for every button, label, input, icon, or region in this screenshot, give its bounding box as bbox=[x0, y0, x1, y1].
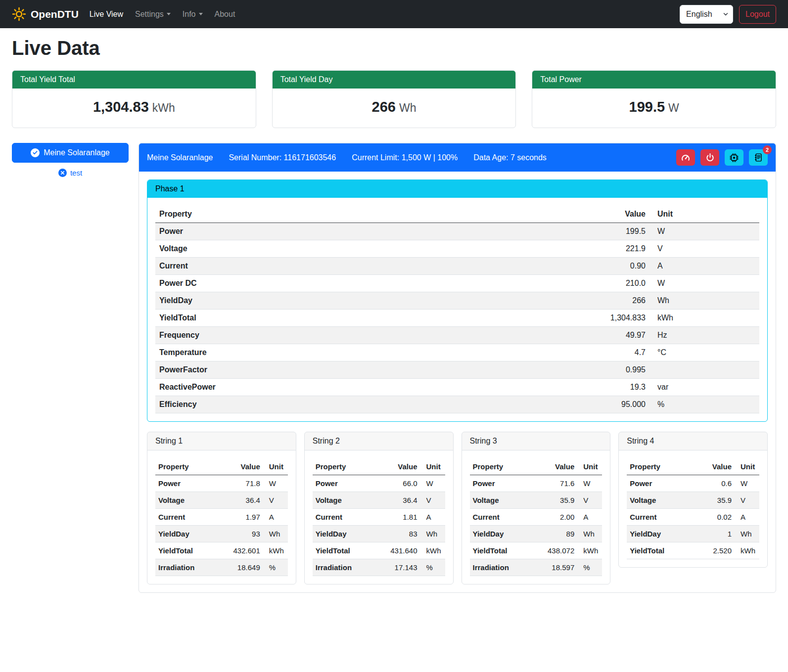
unit-cell: W bbox=[577, 475, 602, 492]
table-row: Voltage221.9V bbox=[155, 240, 759, 258]
string-table: Property Value Unit Power66.0WVoltage36.… bbox=[313, 458, 445, 576]
value-cell: 0.995 bbox=[585, 361, 649, 379]
property-cell: Irradiation bbox=[470, 559, 531, 576]
property-cell: Efficiency bbox=[155, 396, 585, 413]
language-select[interactable]: English bbox=[680, 5, 733, 24]
unit-cell: °C bbox=[649, 344, 759, 361]
unit-cell: % bbox=[420, 559, 445, 576]
inverter-select-button[interactable]: Meine Solaranlage bbox=[12, 143, 129, 163]
string-table-body: Power71.8WVoltage36.4VCurrent1.97AYieldD… bbox=[155, 475, 288, 576]
nav-item-settings[interactable]: Settings bbox=[129, 6, 177, 23]
inverter-item-test[interactable]: test bbox=[55, 168, 85, 178]
live-data-row: Meine Solaranlage test Meine Solaranlage… bbox=[12, 143, 776, 593]
table-row: PowerFactor0.995 bbox=[155, 361, 759, 379]
unit-cell: % bbox=[649, 396, 759, 413]
value-cell: 71.6 bbox=[530, 475, 577, 492]
value-cell: 432.601 bbox=[216, 542, 263, 559]
value-cell: 89 bbox=[530, 526, 577, 542]
nav-item-info[interactable]: Info bbox=[177, 6, 209, 23]
unit-cell bbox=[649, 361, 759, 379]
unit-cell: var bbox=[649, 379, 759, 396]
table-header: Property Value Unit bbox=[155, 458, 288, 475]
limit-settings-button[interactable] bbox=[676, 149, 695, 166]
card-unit: W bbox=[668, 101, 679, 114]
table-row: Current1.97A bbox=[155, 509, 288, 526]
card-title: Total Yield Total bbox=[12, 71, 256, 89]
unit-cell: kWh bbox=[649, 310, 759, 327]
nav-item-live-view[interactable]: Live View bbox=[84, 6, 129, 23]
power-toggle-button[interactable] bbox=[700, 149, 719, 166]
string-card-body: Property Value Unit Power71.8WVoltage36.… bbox=[147, 450, 296, 584]
nav-item-label: About bbox=[215, 10, 235, 19]
x-circle-icon bbox=[58, 169, 67, 177]
string-title: String 2 bbox=[305, 432, 453, 450]
unit-cell: W bbox=[420, 475, 445, 492]
nav-item-label: Live View bbox=[90, 10, 123, 19]
device-info-button[interactable] bbox=[725, 149, 743, 166]
property-cell: Power bbox=[155, 475, 216, 492]
column-property: Property bbox=[470, 458, 531, 475]
nav-item-label: Settings bbox=[135, 10, 164, 19]
logout-button[interactable]: Logout bbox=[739, 5, 776, 24]
value-cell: 199.5 bbox=[585, 223, 649, 240]
inverter-select-label: Meine Solaranlage bbox=[44, 148, 109, 157]
table-row: Power DC210.0W bbox=[155, 275, 759, 292]
table-row: YieldDay83Wh bbox=[313, 526, 445, 542]
power-icon bbox=[705, 153, 715, 162]
table-header-row: Property Value Unit bbox=[627, 458, 759, 475]
value-cell: 35.9 bbox=[530, 492, 577, 509]
table-header-row: Property Value Unit bbox=[155, 458, 288, 475]
chevron-down-icon bbox=[167, 13, 171, 15]
event-log-button[interactable]: 2 bbox=[749, 149, 768, 166]
unit-cell: A bbox=[649, 258, 759, 275]
unit-cell: A bbox=[420, 509, 445, 526]
property-cell: Voltage bbox=[313, 492, 373, 509]
value-cell: 2.520 bbox=[693, 542, 735, 559]
property-cell: YieldTotal bbox=[313, 542, 373, 559]
table-row: Voltage36.4V bbox=[313, 492, 445, 509]
property-cell: ReactivePower bbox=[155, 379, 585, 396]
value-cell: 1 bbox=[693, 526, 735, 542]
unit-cell: Wh bbox=[649, 292, 759, 310]
unit-cell: A bbox=[735, 509, 759, 526]
card-value: 199.5 bbox=[629, 99, 665, 115]
main-content: Live Data Total Yield Total 1,304.83kWh … bbox=[0, 37, 788, 606]
nav-item-about[interactable]: About bbox=[209, 6, 241, 23]
property-cell: YieldTotal bbox=[155, 310, 585, 327]
column-value: Value bbox=[693, 458, 735, 475]
value-cell: 221.9 bbox=[585, 240, 649, 258]
page-title: Live Data bbox=[12, 37, 776, 59]
unit-cell: W bbox=[649, 223, 759, 240]
sun-logo-icon bbox=[12, 7, 26, 21]
check-circle-icon bbox=[31, 148, 40, 157]
unit-cell: V bbox=[263, 492, 288, 509]
unit-cell: Wh bbox=[577, 526, 602, 542]
language-select-wrap: English bbox=[680, 5, 733, 24]
property-cell: Current bbox=[313, 509, 373, 526]
unit-cell: Wh bbox=[420, 526, 445, 542]
table-row: Temperature4.7°C bbox=[155, 344, 759, 361]
property-cell: YieldDay bbox=[627, 526, 693, 542]
property-cell: Temperature bbox=[155, 344, 585, 361]
table-row: Power0.6W bbox=[627, 475, 759, 492]
table-row: Frequency49.97Hz bbox=[155, 327, 759, 344]
property-cell: YieldTotal bbox=[470, 542, 531, 559]
card-value-area: 266Wh bbox=[273, 89, 516, 128]
column-property: Property bbox=[155, 206, 585, 223]
column-unit: Unit bbox=[735, 458, 759, 475]
value-cell: 210.0 bbox=[585, 275, 649, 292]
table-row: Voltage36.4V bbox=[155, 492, 288, 509]
brand-link[interactable]: OpenDTU bbox=[12, 7, 79, 21]
unit-cell: A bbox=[577, 509, 602, 526]
value-cell: 0.90 bbox=[585, 258, 649, 275]
property-cell: YieldTotal bbox=[155, 542, 216, 559]
phase-table-body: Power199.5WVoltage221.9VCurrent0.90APowe… bbox=[155, 223, 759, 413]
value-cell: 95.000 bbox=[585, 396, 649, 413]
property-cell: Power bbox=[313, 475, 373, 492]
table-row: Power66.0W bbox=[313, 475, 445, 492]
table-header: Property Value Unit bbox=[470, 458, 603, 475]
unit-cell: W bbox=[649, 275, 759, 292]
table-row: YieldDay1Wh bbox=[627, 526, 759, 542]
unit-cell: W bbox=[735, 475, 759, 492]
string-table: Property Value Unit Power71.8WVoltage36.… bbox=[155, 458, 288, 576]
